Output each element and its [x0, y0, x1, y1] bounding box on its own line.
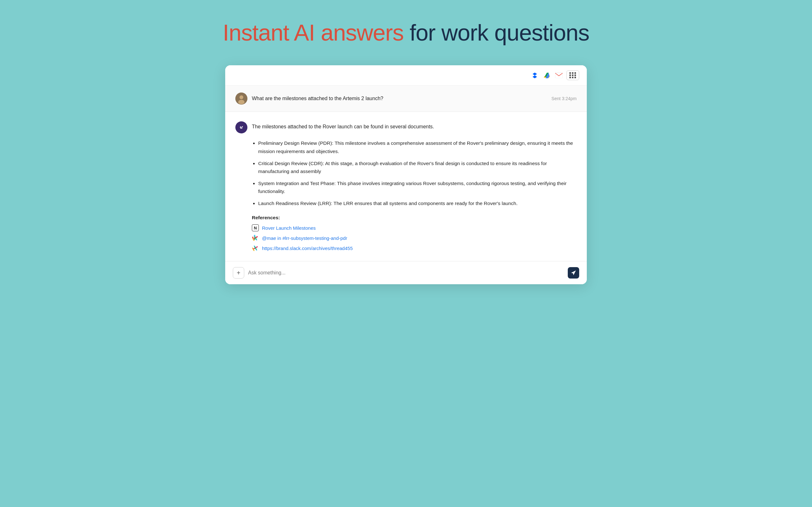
sent-time: Sent 3:24pm [552, 96, 577, 101]
google-drive-icon[interactable] [542, 71, 551, 80]
ai-avatar-icon [235, 121, 247, 133]
ai-response-header: The milestones attached to the Rover lau… [235, 121, 577, 133]
slack-ref-link-2[interactable]: https://brand.slack.com/archives/thread4… [262, 245, 353, 251]
references-label: References: [252, 215, 577, 221]
references-section: References: N Rover Launch Milestones [252, 215, 577, 251]
svg-rect-19 [252, 247, 255, 251]
user-message-text: What are the milestones attached to the … [252, 96, 383, 101]
grid-dots-icon [569, 72, 576, 78]
header-icons [530, 70, 579, 80]
slack-icon-1 [252, 234, 259, 241]
ai-response-row: The milestones attached to the Rover lau… [225, 112, 587, 261]
user-message-left: What are the milestones attached to the … [235, 93, 383, 105]
plus-icon: + [237, 269, 241, 277]
ai-intro-text: The milestones attached to the Rover lau… [252, 121, 434, 131]
svg-point-6 [242, 126, 243, 127]
user-avatar [235, 93, 247, 105]
send-button[interactable] [568, 267, 579, 279]
bullet-item-2: Critical Design Review (CDR): At this st… [258, 159, 577, 176]
slack-ref-link-1[interactable]: @mae in #lrr-subsystem-testing-and-pdr [262, 235, 347, 241]
reference-item-3: https://brand.slack.com/archives/thread4… [252, 245, 577, 251]
ai-bullet-list: Preliminary Design Review (PDR): This mi… [252, 139, 577, 207]
notion-ref-link[interactable]: Rover Launch Milestones [262, 225, 316, 231]
ai-bullets: Preliminary Design Review (PDR): This mi… [252, 139, 577, 207]
user-message-row: What are the milestones attached to the … [225, 86, 587, 112]
reference-item-1: N Rover Launch Milestones [252, 224, 577, 231]
slack-icon-2 [252, 245, 259, 251]
gmail-icon[interactable] [554, 71, 563, 80]
bullet-item-1: Preliminary Design Review (PDR): This mi… [258, 139, 577, 155]
svg-point-2 [240, 95, 243, 99]
bullet-item-4: Launch Readiness Review (LRR): The LRR e… [258, 199, 577, 208]
hero-title: Instant AI answers for work questions [223, 19, 589, 46]
send-icon [571, 270, 576, 276]
add-attachment-button[interactable]: + [233, 267, 244, 279]
hero-title-dark: for work questions [410, 20, 589, 45]
svg-point-3 [238, 100, 245, 104]
chat-input[interactable] [248, 270, 564, 276]
chat-window: What are the milestones attached to the … [225, 65, 587, 284]
dropbox-icon[interactable] [530, 71, 539, 80]
notion-icon: N [252, 224, 259, 231]
chat-header [225, 65, 587, 86]
grid-button[interactable] [566, 70, 579, 80]
hero-title-highlight: Instant AI answers [223, 20, 403, 45]
bullet-item-3: System Integration and Test Phase: This … [258, 179, 577, 195]
reference-item-2: @mae in #lrr-subsystem-testing-and-pdr [252, 234, 577, 241]
svg-point-5 [240, 126, 241, 127]
chat-input-row: + [225, 261, 587, 284]
